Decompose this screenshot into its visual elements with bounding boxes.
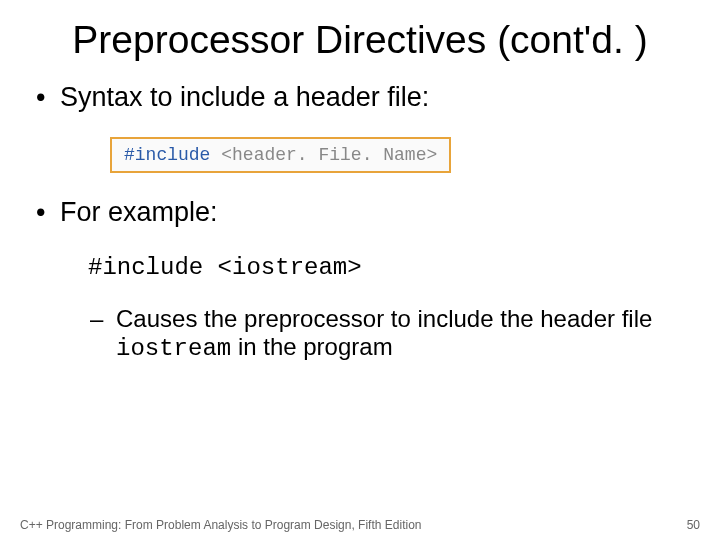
footer-page-number: 50: [687, 518, 700, 532]
syntax-code: #include <header. File. Name>: [110, 137, 451, 173]
sub-prefix: Causes the preprocessor to include the h…: [116, 305, 652, 332]
sub-code: iostream: [116, 335, 231, 362]
footer-book-title: C++ Programming: From Problem Analysis t…: [20, 518, 421, 532]
sub-bullet-explanation: Causes the preprocessor to include the h…: [30, 305, 690, 364]
slide-title: Preprocessor Directives (cont'd. ): [30, 18, 690, 62]
bullet-syntax: Syntax to include a header file:: [30, 82, 690, 113]
syntax-code-box: #include <header. File. Name>: [110, 137, 690, 173]
example-code: #include <iostream>: [88, 254, 690, 281]
slide-footer: C++ Programming: From Problem Analysis t…: [20, 518, 700, 532]
bullet-for-example: For example:: [30, 197, 690, 228]
sub-suffix: in the program: [231, 333, 392, 360]
code-keyword: #include: [124, 145, 210, 165]
code-argument: <header. File. Name>: [221, 145, 437, 165]
slide: Preprocessor Directives (cont'd. ) Synta…: [0, 0, 720, 540]
